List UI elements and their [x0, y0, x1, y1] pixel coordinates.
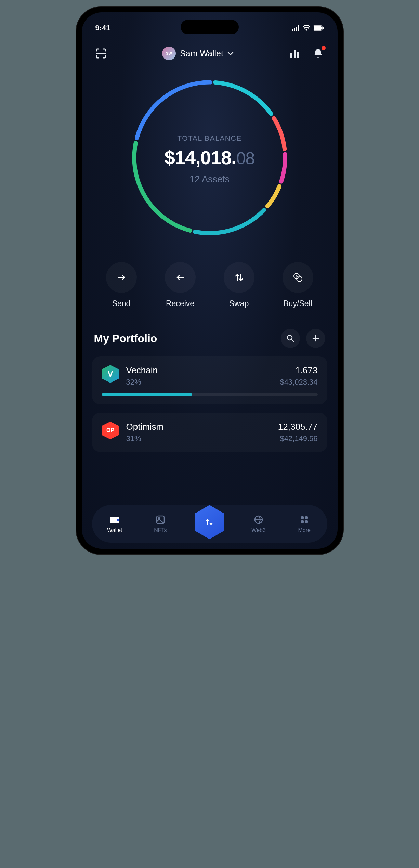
- svg-rect-3: [298, 25, 299, 31]
- portfolio-header: My Portfolio: [82, 325, 338, 356]
- receive-action[interactable]: Receive: [165, 262, 196, 308]
- bar-chart-icon: [290, 49, 300, 58]
- svg-text:$: $: [296, 275, 297, 278]
- quick-actions: Send Receive Swap $ Buy/Sell: [82, 252, 338, 325]
- asset-info: Vechain32%1.673$43,023.34: [126, 365, 318, 387]
- header-right: [288, 47, 325, 60]
- svg-rect-0: [292, 29, 293, 31]
- asset-progress: [102, 393, 318, 396]
- arrow-left-icon: [175, 274, 185, 281]
- asset-value: $43,023.34: [280, 378, 317, 387]
- dynamic-island: [181, 20, 239, 34]
- signal-icon: [292, 25, 300, 31]
- asset-quantity: 12,305.77: [278, 422, 318, 432]
- grid-icon: [300, 516, 309, 524]
- svg-rect-21: [301, 520, 304, 523]
- svg-rect-6: [323, 27, 324, 29]
- wallet-selector[interactable]: SW Sam Wallet: [162, 47, 234, 60]
- phone-frame: 9:41 SW Sam Wallet: [76, 7, 343, 554]
- status-icons: [292, 25, 324, 31]
- svg-rect-1: [294, 28, 295, 31]
- portfolio-actions: [281, 329, 325, 348]
- swap-label: Swap: [229, 299, 249, 308]
- plus-icon: [312, 335, 319, 342]
- asset-card[interactable]: VVechain32%1.673$43,023.34: [92, 356, 327, 404]
- asset-percent: 32%: [126, 378, 158, 387]
- swap-button: [224, 262, 254, 293]
- wallet-avatar: SW: [162, 47, 176, 60]
- asset-icon: OP: [102, 422, 119, 439]
- balance-main: $14,018.: [165, 147, 236, 168]
- svg-rect-15: [117, 519, 119, 521]
- svg-rect-9: [297, 52, 299, 58]
- wallet-icon: [109, 515, 120, 524]
- portfolio-title: My Portfolio: [94, 332, 157, 345]
- balance-cents: 08: [236, 149, 255, 168]
- nav-web3[interactable]: Web3: [245, 514, 272, 533]
- nav-wallet-label: Wallet: [107, 527, 122, 533]
- donut-center: TOTAL BALANCE $14,018.08 12 Assets: [165, 134, 255, 185]
- svg-rect-5: [314, 26, 322, 30]
- search-icon: [286, 334, 294, 342]
- scan-icon: [95, 48, 107, 59]
- scan-button[interactable]: [94, 47, 108, 60]
- nav-more-label: More: [298, 527, 310, 533]
- buysell-button: $: [283, 262, 313, 293]
- asset-value: $42,149.56: [278, 434, 318, 443]
- wifi-icon: [303, 25, 310, 31]
- svg-rect-19: [301, 516, 304, 519]
- svg-rect-8: [294, 50, 296, 58]
- send-action[interactable]: Send: [106, 262, 137, 308]
- buysell-action[interactable]: $ Buy/Sell: [283, 262, 313, 308]
- svg-rect-7: [290, 53, 292, 58]
- asset-info: Optimism31%12,305.77$42,149.56: [126, 422, 318, 443]
- add-button[interactable]: [306, 329, 325, 348]
- asset-quantity: 1.673: [280, 365, 317, 376]
- notifications-button[interactable]: [311, 47, 325, 60]
- send-button: [106, 262, 137, 293]
- swap-action[interactable]: Swap: [224, 262, 254, 308]
- nav-more[interactable]: More: [291, 514, 318, 533]
- total-balance-label: TOTAL BALANCE: [165, 134, 255, 142]
- asset-list: VVechain32%1.673$43,023.34OPOptimism31%1…: [82, 356, 338, 452]
- nav-web3-label: Web3: [251, 527, 266, 533]
- stats-button[interactable]: [288, 47, 302, 60]
- nav-nfts[interactable]: NFTs: [147, 514, 174, 533]
- receive-label: Receive: [166, 299, 194, 308]
- search-button[interactable]: [281, 329, 300, 348]
- coins-icon: $: [292, 272, 303, 283]
- buysell-label: Buy/Sell: [283, 299, 312, 308]
- send-label: Send: [112, 299, 131, 308]
- bell-icon: [313, 48, 323, 59]
- app-header: SW Sam Wallet: [82, 36, 338, 67]
- notification-dot: [322, 46, 326, 50]
- arrow-right-icon: [116, 274, 127, 281]
- globe-icon: [254, 515, 263, 524]
- asset-row: OPOptimism31%12,305.77$42,149.56: [102, 422, 318, 443]
- svg-rect-22: [305, 520, 308, 523]
- nav-wallet[interactable]: Wallet: [101, 514, 128, 533]
- asset-icon: V: [102, 365, 119, 383]
- svg-rect-2: [296, 27, 297, 31]
- asset-row: VVechain32%1.673$43,023.34: [102, 365, 318, 387]
- asset-percent: 31%: [126, 434, 164, 443]
- chevron-down-icon: [227, 51, 234, 55]
- svg-rect-20: [305, 516, 308, 519]
- screen: 9:41 SW Sam Wallet: [82, 12, 338, 549]
- swap-icon: [234, 272, 244, 283]
- image-icon: [156, 515, 165, 524]
- asset-name: Vechain: [126, 365, 158, 376]
- assets-count: 12 Assets: [165, 174, 255, 185]
- balance-donut-chart: TOTAL BALANCE $14,018.08 12 Assets: [82, 67, 338, 252]
- avatar-initials: SW: [166, 51, 172, 55]
- asset-card[interactable]: OPOptimism31%12,305.77$42,149.56: [92, 413, 327, 452]
- swap-center-icon: [203, 516, 215, 528]
- nav-center-button[interactable]: [192, 505, 226, 539]
- status-time: 9:41: [95, 24, 110, 33]
- battery-icon: [313, 25, 324, 31]
- total-balance-amount: $14,018.08: [165, 146, 255, 169]
- nav-nfts-label: NFTs: [154, 527, 167, 533]
- asset-name: Optimism: [126, 422, 164, 432]
- receive-button: [165, 262, 196, 293]
- bottom-nav: Wallet NFTs Web3 More: [92, 505, 327, 543]
